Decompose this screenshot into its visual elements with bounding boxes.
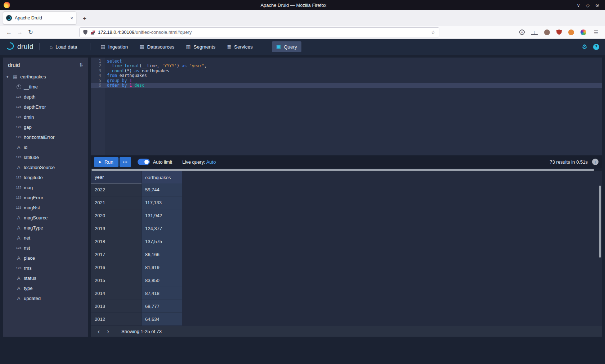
cell-year[interactable]: 2017 bbox=[91, 248, 142, 261]
cell-year[interactable]: 2015 bbox=[91, 274, 142, 287]
browser-tab[interactable]: Apache Druid × bbox=[3, 12, 76, 24]
column-item[interactable]: depthError bbox=[3, 102, 88, 112]
settings-gear-icon[interactable]: ⚙ bbox=[582, 43, 587, 51]
window-close-button[interactable]: ⊗ bbox=[595, 3, 599, 8]
live-query-label: Live query: Auto bbox=[182, 159, 216, 165]
run-label: Run bbox=[104, 159, 113, 165]
pinwheel-extension-icon[interactable] bbox=[581, 29, 586, 35]
cell-year[interactable]: 2018 bbox=[91, 235, 142, 248]
auto-limit-toggle[interactable] bbox=[138, 159, 150, 165]
nav-query[interactable]: ▣ Query bbox=[272, 41, 301, 52]
cell-earthquakes[interactable]: 69,777 bbox=[142, 300, 182, 313]
profile-avatar-icon[interactable] bbox=[568, 29, 574, 35]
nav-load-data[interactable]: ⌂ Load data bbox=[45, 41, 82, 52]
cell-earthquakes[interactable]: 87,418 bbox=[142, 287, 182, 300]
column-item[interactable]: magNst bbox=[3, 203, 88, 213]
column-item[interactable]: horizontalError bbox=[3, 132, 88, 142]
column-item[interactable]: gap bbox=[3, 122, 88, 132]
cell-year[interactable]: 2016 bbox=[91, 261, 142, 274]
help-icon[interactable]: ? bbox=[593, 44, 599, 50]
cell-earthquakes[interactable]: 81,919 bbox=[142, 261, 182, 274]
download-results-icon[interactable]: ↓ bbox=[592, 159, 599, 165]
column-item[interactable]: latitude bbox=[3, 152, 88, 162]
bookmark-star-icon[interactable]: ☆ bbox=[431, 29, 435, 35]
cell-earthquakes[interactable]: 131,942 bbox=[142, 209, 182, 222]
extension-avatar-icon[interactable] bbox=[544, 29, 550, 35]
new-tab-button[interactable]: + bbox=[79, 13, 90, 24]
cell-year[interactable]: 2021 bbox=[91, 196, 142, 209]
reload-button[interactable]: ↻ bbox=[25, 29, 36, 36]
prev-page-button[interactable]: ‹ bbox=[94, 327, 103, 336]
tab-close-icon[interactable]: × bbox=[70, 15, 73, 21]
column-item[interactable]: rms bbox=[3, 263, 88, 273]
cell-earthquakes[interactable]: 137,575 bbox=[142, 235, 182, 248]
nav-ingestion[interactable]: ▤ Ingestion bbox=[96, 41, 132, 52]
column-item[interactable]: longitude bbox=[3, 172, 88, 182]
run-more-button[interactable]: ••• bbox=[120, 157, 131, 167]
sort-columns-icon[interactable]: ⇅ bbox=[79, 62, 83, 68]
tracking-protection-shield-icon[interactable] bbox=[83, 30, 88, 35]
cell-earthquakes[interactable]: 83,850 bbox=[142, 274, 182, 287]
pocket-icon[interactable]: ∨ bbox=[519, 29, 525, 35]
cell-year[interactable]: 2019 bbox=[91, 222, 142, 235]
code-line[interactable]: 3 count(*) as earthquakes bbox=[91, 69, 602, 73]
column-header-year[interactable]: year bbox=[91, 171, 142, 183]
column-item[interactable]: dmin bbox=[3, 112, 88, 122]
cell-earthquakes[interactable]: 86,166 bbox=[142, 248, 182, 261]
column-type-icon bbox=[14, 293, 23, 303]
cell-year[interactable]: 2014 bbox=[91, 287, 142, 300]
code-line[interactable]: 5group by 1 bbox=[91, 78, 602, 83]
cell-year[interactable]: 2012 bbox=[91, 313, 142, 326]
cell-earthquakes[interactable]: 117,133 bbox=[142, 196, 182, 209]
forward-button[interactable]: → bbox=[14, 29, 25, 36]
column-item[interactable]: __time bbox=[3, 82, 88, 92]
back-button[interactable]: ← bbox=[4, 29, 14, 36]
column-item[interactable]: type bbox=[3, 283, 88, 293]
code-line[interactable]: 2 time_format(__time, 'YYYY') as "year", bbox=[91, 64, 602, 68]
column-item[interactable]: magSource bbox=[3, 213, 88, 223]
column-item[interactable]: mag bbox=[3, 182, 88, 192]
cell-year[interactable]: 2013 bbox=[91, 300, 142, 313]
window-maximize-button[interactable]: ◇ bbox=[586, 3, 590, 8]
column-header-earthquakes[interactable]: earthquakes bbox=[142, 171, 182, 183]
column-name: updated bbox=[24, 296, 41, 301]
column-item[interactable]: nst bbox=[3, 243, 88, 253]
code-line[interactable]: 6order by 1 desc bbox=[91, 83, 602, 88]
column-item[interactable]: magError bbox=[3, 192, 88, 203]
horizontal-scrollbar[interactable] bbox=[91, 168, 602, 171]
column-item[interactable]: depth bbox=[3, 92, 88, 102]
druid-logo[interactable]: druid bbox=[6, 42, 33, 52]
downloads-icon[interactable]: ↓ bbox=[531, 29, 538, 35]
code-line[interactable]: 1select bbox=[91, 59, 602, 64]
column-item[interactable]: locationSource bbox=[3, 162, 88, 172]
url-bar[interactable]: 172.18.0.4:30109/unified-console.html#qu… bbox=[79, 27, 439, 37]
scrollbar-thumb[interactable] bbox=[91, 169, 594, 171]
ublock-extension-icon[interactable] bbox=[556, 29, 562, 35]
cell-year[interactable]: 2020 bbox=[91, 209, 142, 222]
vertical-scrollbar[interactable] bbox=[599, 186, 601, 258]
nav-datasources[interactable]: ▦ Datasources bbox=[135, 41, 179, 52]
column-item[interactable]: place bbox=[3, 253, 88, 263]
column-type-icon bbox=[14, 112, 23, 122]
cell-earthquakes[interactable]: 64,634 bbox=[142, 313, 182, 326]
run-button[interactable]: ▶ Run bbox=[94, 157, 118, 167]
nav-services[interactable]: ≣ Services bbox=[223, 41, 257, 52]
column-item[interactable]: updated bbox=[3, 293, 88, 303]
browser-toolbar: ← → ↻ 172.18.0.4:30109/unified-console.h… bbox=[0, 26, 605, 39]
column-item[interactable]: magType bbox=[3, 223, 88, 233]
cell-earthquakes[interactable]: 124,377 bbox=[142, 222, 182, 235]
code-line[interactable]: 4from earthquakes bbox=[91, 73, 602, 78]
cell-earthquakes[interactable]: 59,744 bbox=[142, 183, 182, 196]
datasource-item[interactable]: ▾ ▦ earthquakes bbox=[3, 72, 88, 82]
cell-year[interactable]: 2022 bbox=[91, 183, 142, 196]
menu-icon[interactable]: ☰ bbox=[593, 29, 599, 36]
column-item[interactable]: status bbox=[3, 273, 88, 283]
next-page-button[interactable]: › bbox=[103, 327, 113, 336]
column-item[interactable]: id bbox=[3, 142, 88, 152]
query-editor[interactable]: 1select2 time_format(__time, 'YYYY') as … bbox=[91, 58, 602, 155]
column-item[interactable]: net bbox=[3, 233, 88, 243]
nav-segments[interactable]: ▥ Segments bbox=[182, 41, 220, 52]
window-minimize-button[interactable]: ∨ bbox=[577, 3, 581, 8]
live-query-value[interactable]: Auto bbox=[206, 159, 216, 165]
insecure-lock-icon[interactable] bbox=[90, 30, 95, 35]
